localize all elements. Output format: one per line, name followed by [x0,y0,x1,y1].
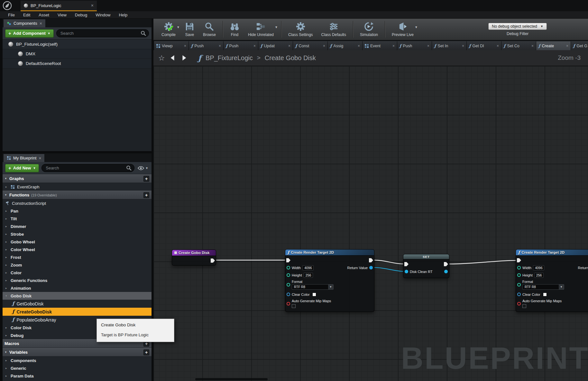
auto-generate-mipmaps-pin[interactable] [517,302,521,305]
close-icon[interactable]: × [566,44,568,48]
close-icon[interactable]: × [39,156,41,160]
my-blueprint-tab[interactable]: My Blueprint × [3,154,45,162]
variable-category-param-data[interactable]: ▸Param Data [3,372,152,380]
class-defaults-button[interactable]: Class Defaults [317,21,350,38]
category-zoom[interactable]: ▸Zoom [3,261,152,269]
close-icon[interactable]: × [427,44,429,48]
menu-file[interactable]: File [4,13,19,17]
my-blueprint-search-input[interactable] [41,164,134,172]
format-dropdown[interactable]: RTF R8 ▼ [292,284,334,290]
tab-push-2[interactable]: ƒPush× [224,41,258,50]
category-tilt[interactable]: ▸Tilt [3,215,152,222]
variables-section-header[interactable]: ▼ Variables + [3,348,152,357]
tab-viewport[interactable]: Viewp × [154,41,189,50]
back-arrow-icon[interactable] [169,54,176,61]
category-pan[interactable]: ▸Pan [3,207,152,215]
close-icon[interactable]: × [531,44,534,48]
category-gobo-wheel[interactable]: ▸Gobo Wheel [3,238,152,246]
tab-event[interactable]: Event × [363,41,397,50]
format-dropdown[interactable]: RTF R8 ▼ [522,284,564,290]
exec-input-pin[interactable] [286,258,290,262]
exec-input-pin[interactable] [404,262,409,266]
tab-create-active[interactable]: ƒCreate× [536,41,571,50]
color-swatch[interactable] [312,293,316,296]
add-function-button[interactable]: + [143,192,149,198]
close-icon[interactable]: × [358,44,360,48]
clear-color-pin[interactable] [517,293,521,296]
unreal-engine-logo-icon[interactable] [3,1,12,10]
return-value-pin[interactable] [369,266,373,269]
add-variable-button[interactable]: + [143,349,149,355]
category-color-wheel[interactable]: ▸Color Wheel [3,246,152,253]
format-pin[interactable] [287,283,290,286]
breadcrumb-current[interactable]: Create Gobo Disk [265,54,316,62]
visibility-filter-button[interactable]: ▼ [137,166,149,170]
close-icon[interactable]: × [253,44,256,48]
compile-button[interactable]: Compile [157,21,180,38]
hide-unrelated-button[interactable]: Hide Unrelated [244,21,278,38]
exec-output-pin[interactable] [444,262,448,266]
add-component-button[interactable]: + Add Component ▼ [5,29,54,38]
variable-category-generic[interactable]: ▸Generic [3,364,152,372]
category-color[interactable]: ▸Color [3,269,152,277]
category-gobo-disk[interactable]: ▾ Gobo Disk [3,292,152,300]
exec-input-pin[interactable] [517,258,521,262]
menu-window[interactable]: Window [91,13,115,17]
menu-help[interactable]: Help [115,13,132,17]
simulation-button[interactable]: Simulation [356,21,382,38]
menu-view[interactable]: View [53,13,71,17]
save-button[interactable]: Save [180,21,199,38]
find-button[interactable]: Find [225,21,244,38]
mipmaps-checkbox[interactable] [292,304,296,308]
tab-push-1[interactable]: ƒPush× [189,41,224,50]
disk-clean-rt-output-pin[interactable] [444,270,448,273]
height-value-input[interactable]: 256 [534,273,544,278]
tab-push-3[interactable]: ƒPush× [397,41,432,50]
width-value-input[interactable]: 4096 [533,265,544,270]
mipmaps-checkbox[interactable] [522,304,526,308]
height-value-input[interactable]: 256 [304,273,313,278]
components-tab[interactable]: Components × [3,19,46,27]
horizontal-scrollbar[interactable] [195,378,268,380]
function-creategobodisk[interactable]: ƒ CreateGoboDisk [3,308,152,316]
close-icon[interactable]: × [323,44,325,48]
category-animation[interactable]: ▸Animation [3,284,152,292]
category-dimmer[interactable]: ▸Dimmer [3,222,152,230]
node-create-render-target-2d-2[interactable]: ƒ Create Render Target 2D Width 4096 Ret… [516,249,588,312]
node-create-render-target-2d-1[interactable]: ƒ Create Render Target 2D Width 4096 Ret… [285,249,374,312]
blueprint-graph-canvas[interactable]: Create Gobo Disk ƒ Create Render Target … [153,66,588,381]
tab-get-di[interactable]: ƒGet DI× [467,41,501,50]
browse-button[interactable]: Browse [199,21,220,38]
tab-set-in[interactable]: ƒSet In× [432,41,467,50]
tree-row-dmx[interactable]: DMX [3,49,152,59]
class-settings-button[interactable]: Class Settings [284,21,317,38]
width-pin[interactable] [517,266,521,269]
breadcrumb-root[interactable]: BP_FixtureLogic [206,54,253,62]
debug-object-dropdown[interactable]: No debug object selected ▼ [488,23,547,30]
category-generic-functions[interactable]: ▸Generic Functions [3,277,152,284]
width-value-input[interactable]: 4096 [302,265,314,270]
menu-edit[interactable]: Edit [19,13,34,17]
chevron-down-icon[interactable]: ▼ [415,25,418,29]
functions-section-header[interactable]: ▼ Functions (19 Overridable) + [3,191,152,199]
components-search-input[interactable] [56,29,149,37]
menu-debug[interactable]: Debug [71,13,91,17]
constructionscript-item[interactable]: ConstructionScript [3,199,152,207]
category-strobe[interactable]: ▸Strobe [3,230,152,238]
category-frost[interactable]: ▸Frost [3,253,152,261]
close-icon[interactable]: × [91,3,94,8]
format-pin[interactable] [517,283,521,286]
close-icon[interactable]: × [288,44,290,48]
close-icon[interactable]: × [497,44,499,48]
variable-category-components[interactable]: ▸Components [3,357,152,364]
close-icon[interactable]: × [392,44,395,48]
chevron-down-icon[interactable]: ▼ [177,25,180,29]
node-create-gobo-disk-entry[interactable]: Create Gobo Disk [172,249,216,266]
tree-row-defaultsceneroot[interactable]: DefaultSceneRoot [3,59,152,68]
chevron-down-icon[interactable]: ▼ [275,25,278,29]
tab-set-co[interactable]: ƒSet Co× [501,41,536,50]
close-icon[interactable]: × [40,21,42,26]
clear-color-pin[interactable] [287,293,290,296]
add-graph-button[interactable]: + [143,176,149,182]
exec-output-pin[interactable] [369,258,373,262]
